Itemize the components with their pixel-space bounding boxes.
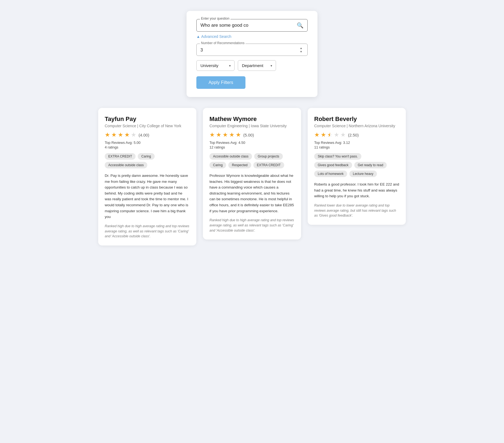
- star-empty: ★: [340, 131, 346, 138]
- department-select[interactable]: Department: [238, 60, 276, 71]
- university-select-wrapper: University ▼: [196, 60, 235, 71]
- spinner-up-button[interactable]: ▲: [299, 47, 304, 50]
- tag: Caring: [209, 162, 226, 168]
- apply-filters-button[interactable]: Apply Filters: [196, 76, 245, 89]
- search-field-wrapper: Enter your question 🔍: [196, 19, 308, 32]
- search-input[interactable]: [200, 23, 297, 28]
- professor-card: Robert Beverly Computer Science | Northe…: [308, 108, 406, 225]
- professor-card: Tayfun Pay Computer Science | City Colle…: [98, 108, 196, 245]
- tag: EXTRA CREDIT: [105, 153, 136, 160]
- advanced-search-toggle[interactable]: ▲ Advanced Search: [196, 34, 308, 39]
- star-empty: ★: [334, 131, 339, 138]
- professor-name: Robert Beverly: [314, 116, 399, 123]
- professor-dept: Computer Engineering | Iowa State Univer…: [209, 124, 295, 128]
- star-filled: ★: [236, 131, 241, 138]
- rating-number: (2.50): [348, 133, 359, 137]
- professor-dept: Computer Science | Northern Arizona Univ…: [314, 124, 399, 128]
- tags-row: Accessible outside classGroup projectsCa…: [209, 153, 295, 168]
- department-select-wrapper: Department ▼: [238, 60, 276, 71]
- rank-reason: Ranked high due to high average rating a…: [209, 218, 295, 233]
- top-reviews-avg: Top Reviews Avg: 5.00: [105, 141, 190, 145]
- star-empty: ★: [131, 131, 136, 138]
- num-recs-label: Number of Recommendations: [200, 41, 245, 45]
- professor-card: Mathew Wymore Computer Engineering | Iow…: [203, 108, 301, 239]
- star-filled: ★: [216, 131, 221, 138]
- star-filled: ★: [118, 131, 123, 138]
- star-filled: ★: [124, 131, 130, 138]
- advanced-search-section: Number of Recommendations ▲ ▼ University…: [196, 44, 308, 89]
- tag: Group projects: [254, 153, 283, 160]
- star-filled: ★: [314, 131, 320, 138]
- ratings-count: 11 ratings: [314, 145, 399, 149]
- review-text: Roberts a good professor. I took him for…: [314, 181, 399, 199]
- star-filled: ★: [209, 131, 215, 138]
- tag: Respected: [228, 162, 251, 168]
- rank-reason: Ranked lower due to lower average rating…: [314, 203, 399, 218]
- star-filled: ★: [321, 131, 326, 138]
- professor-name: Tayfun Pay: [105, 116, 190, 123]
- spinner-down-button[interactable]: ▼: [299, 50, 304, 53]
- top-reviews-avg: Top Reviews Avg: 3.12: [314, 141, 399, 145]
- spinner-buttons: ▲ ▼: [299, 47, 304, 53]
- review-text: Professor Wymore is knowledgeable about …: [209, 173, 295, 214]
- stars-row: ★★★★★ (5.00): [209, 131, 295, 138]
- chevron-up-icon: ▲: [196, 34, 200, 39]
- rating-number: (5.00): [243, 133, 254, 137]
- search-card: Enter your question 🔍 ▲ Advanced Search …: [187, 11, 317, 97]
- tag: Lots of homework: [314, 171, 347, 177]
- professor-dept: Computer Science | City College of New Y…: [105, 124, 190, 128]
- star-half: ☆★: [327, 131, 333, 138]
- star-filled: ★: [105, 131, 110, 138]
- tag: Lecture heavy: [349, 171, 377, 177]
- tag: Get ready to read: [354, 162, 387, 168]
- search-icon[interactable]: 🔍: [297, 22, 304, 29]
- tags-row: EXTRA CREDITCaringAccessible outside cla…: [105, 153, 190, 168]
- num-recs-wrapper: Number of Recommendations ▲ ▼: [196, 44, 308, 56]
- professor-name: Mathew Wymore: [209, 116, 295, 123]
- results-row: Tayfun Pay Computer Science | City Colle…: [88, 108, 416, 245]
- ratings-count: 12 ratings: [209, 145, 295, 149]
- rating-number: (4.00): [139, 133, 149, 137]
- review-text: Dr. Pay is pretty damn awesome. He hones…: [105, 173, 190, 220]
- tag: Gives good feedback: [314, 162, 352, 168]
- tags-row: Skip class? You won't pass.Gives good fe…: [314, 153, 399, 177]
- top-reviews-avg: Top Reviews Avg: 4.50: [209, 141, 295, 145]
- search-field-label: Enter your question: [200, 17, 230, 20]
- tag: Accessible outside class: [209, 153, 252, 160]
- star-filled: ★: [223, 131, 228, 138]
- university-select[interactable]: University: [196, 60, 235, 71]
- stars-row: ★★★★★ (4.00): [105, 131, 190, 138]
- star-filled: ★: [111, 131, 117, 138]
- num-recs-input[interactable]: [200, 48, 299, 53]
- ratings-count: 4 ratings: [105, 145, 190, 149]
- tag: Accessible outside class: [105, 162, 147, 168]
- tag: Skip class? You won't pass.: [314, 153, 361, 160]
- stars-row: ★★☆★★★ (2.50): [314, 131, 399, 138]
- star-filled: ★: [229, 131, 235, 138]
- rank-reason: Ranked high due to high average rating a…: [105, 224, 190, 239]
- filters-row: University ▼ Department ▼: [196, 60, 308, 71]
- advanced-search-label: Advanced Search: [201, 34, 232, 39]
- tag: Caring: [138, 153, 154, 160]
- tag: EXTRA CREDIT: [253, 162, 284, 168]
